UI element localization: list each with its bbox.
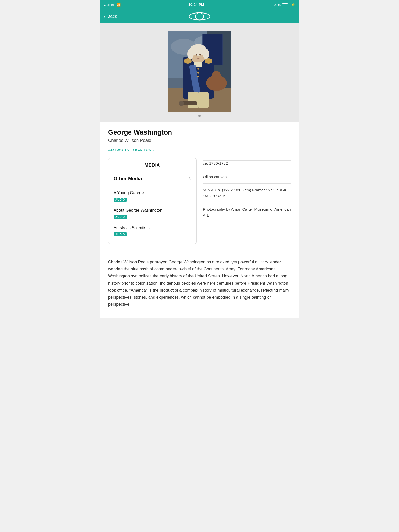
svg-point-1 xyxy=(195,13,204,20)
carrier-label: Carrier xyxy=(104,3,114,7)
media-item-title[interactable]: About George Washington xyxy=(114,208,191,213)
media-item-title[interactable]: Artists as Scientists xyxy=(114,225,191,230)
svg-point-23 xyxy=(197,76,199,77)
charging-icon: ⚡ xyxy=(291,3,295,7)
back-button[interactable]: ‹ Back xyxy=(104,14,117,19)
svg-point-13 xyxy=(187,49,194,59)
svg-point-18 xyxy=(184,58,192,64)
artwork-artist: Charles Willson Peale xyxy=(108,138,291,143)
status-right: 100% ⚡ xyxy=(272,3,295,7)
other-media-label: Other Media xyxy=(114,176,142,182)
svg-point-27 xyxy=(212,71,221,82)
svg-point-14 xyxy=(203,49,209,59)
artwork-location-link[interactable]: ARTWORK LOCATION › xyxy=(108,147,291,152)
svg-point-15 xyxy=(196,54,197,56)
two-col-layout: MEDIA Other Media ∧ A Young George AUDIO… xyxy=(108,158,291,244)
details-column: ca. 1780-1782 Oil on canvas 50 x 40 in. … xyxy=(203,158,291,222)
wifi-icon: 📶 xyxy=(116,3,121,7)
audio-badge: AUDIO xyxy=(114,232,127,236)
back-label: Back xyxy=(107,14,117,19)
audio-badge: AUDIO xyxy=(114,198,127,202)
media-item: About George Washington AUDIO xyxy=(114,205,191,222)
media-item: Artists as Scientists AUDIO xyxy=(114,222,191,240)
media-card: MEDIA Other Media ∧ A Young George AUDIO… xyxy=(108,158,197,244)
svg-point-21 xyxy=(197,68,199,70)
media-item: A Young George AUDIO xyxy=(114,188,191,205)
svg-point-22 xyxy=(197,72,199,74)
svg-point-16 xyxy=(199,54,201,56)
image-area xyxy=(100,23,299,122)
detail-date: ca. 1780-1782 xyxy=(203,160,291,170)
artwork-image xyxy=(168,31,231,112)
audio-badge: AUDIO xyxy=(114,215,127,219)
page-indicator-dot xyxy=(198,115,201,117)
status-bar: Carrier 📶 10:24 PM 100% ⚡ xyxy=(100,0,299,9)
artwork-title: George Washington xyxy=(108,128,291,136)
svg-rect-25 xyxy=(198,92,209,108)
svg-point-29 xyxy=(179,101,184,106)
content-area: George Washington Charles Willson Peale … xyxy=(100,122,299,258)
media-item-title[interactable]: A Young George xyxy=(114,191,191,195)
battery-icon xyxy=(282,3,289,6)
app-logo xyxy=(188,11,211,22)
collapse-icon: ∧ xyxy=(188,176,191,182)
detail-medium: Oil on canvas xyxy=(203,170,291,184)
battery-percent: 100% xyxy=(272,3,281,7)
location-chevron-icon: › xyxy=(153,147,155,152)
status-left: Carrier 📶 xyxy=(104,3,121,7)
media-card-header: MEDIA xyxy=(108,158,196,172)
artwork-location-label: ARTWORK LOCATION xyxy=(108,148,152,152)
back-chevron-icon: ‹ xyxy=(104,14,106,19)
detail-credit: Photography by Amon Carter Museum of Ame… xyxy=(203,203,291,222)
svg-point-19 xyxy=(205,58,212,64)
status-time: 10:24 PM xyxy=(188,3,204,7)
logo-svg xyxy=(188,11,211,22)
nav-bar: ‹ Back xyxy=(100,9,299,23)
other-media-toggle[interactable]: Other Media ∧ xyxy=(108,172,196,185)
detail-dimensions: 50 x 40 in. (127 x 101.6 cm) Framed: 57 … xyxy=(203,184,291,203)
svg-point-0 xyxy=(189,13,210,20)
media-items-list: A Young George AUDIO About George Washin… xyxy=(108,185,196,244)
svg-rect-24 xyxy=(188,92,198,108)
description-text: Charles Willson Peale portrayed George W… xyxy=(100,258,299,318)
artwork-svg xyxy=(168,31,231,112)
